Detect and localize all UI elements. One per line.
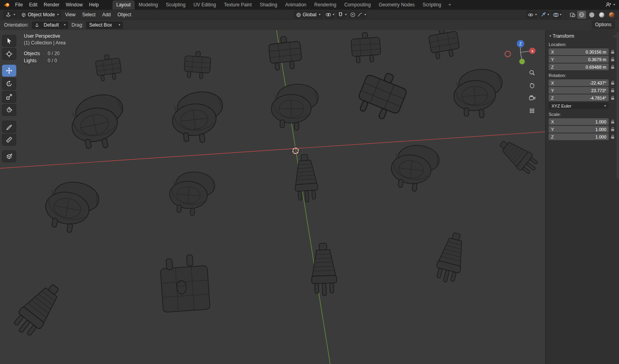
xray-toggle-button[interactable]	[569, 11, 576, 18]
tool-cursor[interactable]	[2, 48, 16, 60]
pivot-point-button[interactable]	[325, 11, 332, 18]
tool-measure[interactable]	[2, 134, 16, 146]
transform-panel-header[interactable]: ▾ Transform ∷	[549, 33, 617, 39]
perspective-toggle-button[interactable]	[527, 106, 537, 116]
lock-location-x[interactable]	[609, 50, 617, 54]
snap-toggle-button[interactable]	[337, 11, 344, 18]
location-x-field[interactable]: X 0.30156 m	[549, 48, 609, 55]
shading-material-button[interactable]	[597, 11, 606, 19]
plug-object[interactable]	[354, 66, 410, 124]
plug-object[interactable]	[170, 90, 226, 145]
chevron-down-icon[interactable]: ▾	[333, 13, 334, 16]
plug-object[interactable]	[95, 53, 122, 82]
options-button[interactable]: Options	[592, 21, 615, 29]
chevron-down-icon[interactable]: ▾	[560, 13, 561, 16]
plug-object[interactable]	[427, 30, 461, 60]
scale-y-field[interactable]: Y 1.000	[549, 126, 609, 133]
menu-edit[interactable]: Edit	[26, 1, 41, 8]
shading-wireframe-button[interactable]	[577, 11, 586, 19]
menu-view[interactable]: View	[62, 11, 78, 18]
tool-annotate[interactable]	[2, 121, 16, 133]
menu-window[interactable]: Window	[62, 1, 86, 8]
location-z-field[interactable]: Z 0.69488 m	[549, 64, 609, 70]
lock-rotation-x[interactable]	[609, 81, 617, 85]
chevron-down-icon[interactable]: ▾	[364, 13, 366, 16]
editor-type-button[interactable]: ▾	[3, 11, 17, 19]
tool-transform[interactable]	[2, 104, 16, 116]
scale-z-field[interactable]: Z 1.000	[549, 133, 609, 140]
lock-location-y[interactable]	[609, 57, 617, 62]
tab-rendering[interactable]: Rendering	[310, 0, 340, 10]
drag-dropdown[interactable]: Select Box ▾	[86, 21, 123, 29]
shading-rendered-button[interactable]	[607, 11, 616, 19]
camera-view-button[interactable]	[527, 93, 537, 103]
viewport-3d[interactable]: User Perspective (1) Collection | Area O…	[0, 30, 545, 364]
rotation-z-field[interactable]: Z -4.7814°	[549, 94, 609, 101]
tab-texture-paint[interactable]: Texture Paint	[220, 0, 256, 10]
menu-file[interactable]: File	[12, 1, 26, 8]
scene-selector[interactable]: ▾	[605, 2, 616, 8]
lock-scale-z[interactable]	[609, 135, 617, 139]
location-y-field[interactable]: Y 0.3679 m	[549, 56, 609, 63]
orientation-dropdown[interactable]: Default ▾	[32, 21, 68, 29]
panel-expand-icon[interactable]: ▾	[549, 35, 551, 38]
plug-object[interactable]	[42, 178, 101, 237]
tab-geometry-nodes[interactable]: Geometry Nodes	[375, 0, 419, 10]
tab-shading[interactable]: Shading	[256, 0, 281, 10]
falloff-button[interactable]	[356, 11, 364, 18]
tool-move[interactable]	[2, 65, 16, 77]
shading-solid-button[interactable]	[587, 11, 596, 19]
navigation-gizmo[interactable]: X Z	[496, 33, 540, 67]
plug-object[interactable]	[310, 243, 337, 296]
viewport-canvas[interactable]	[0, 30, 545, 364]
plug-object[interactable]	[350, 32, 381, 64]
chevron-down-icon[interactable]: ▾	[345, 13, 346, 16]
sidebar-scrollbar[interactable]	[617, 32, 619, 179]
pan-button[interactable]	[527, 80, 537, 91]
menu-help[interactable]: Help	[86, 1, 102, 8]
lock-location-z[interactable]	[609, 65, 617, 69]
mode-select[interactable]: Object Mode ▾	[19, 11, 61, 19]
tool-select-box[interactable]	[2, 35, 16, 47]
lock-scale-x[interactable]	[609, 119, 617, 124]
menu-add[interactable]: Add	[99, 11, 113, 18]
tab-compositing[interactable]: Compositing	[340, 0, 375, 10]
panel-grip-icon[interactable]: ∷	[614, 34, 617, 39]
tab-layout[interactable]: Layout	[112, 0, 135, 10]
plug-object[interactable]	[433, 231, 469, 285]
plug-object[interactable]	[268, 35, 302, 71]
plug-object[interactable]	[452, 68, 505, 119]
lock-rotation-z[interactable]	[609, 96, 617, 100]
tool-rotate[interactable]	[2, 78, 16, 90]
object-visibility-button[interactable]	[527, 11, 534, 18]
plug-object[interactable]	[184, 51, 211, 79]
show-gizmos-button[interactable]	[540, 11, 547, 18]
transform-orientation-select[interactable]: Global ▾	[294, 11, 323, 19]
plug-object[interactable]	[538, 208, 545, 283]
menu-object[interactable]: Object	[115, 11, 134, 18]
rotation-x-field[interactable]: X -22.437°	[549, 79, 609, 86]
tab-scripting[interactable]: Scripting	[419, 0, 445, 10]
plug-object[interactable]	[66, 91, 130, 154]
chevron-down-icon[interactable]: ▾	[535, 13, 537, 16]
plug-object[interactable]	[271, 84, 318, 130]
gizmo-y-axis[interactable]	[519, 59, 525, 64]
plug-object[interactable]	[168, 170, 216, 217]
plug-object[interactable]	[10, 278, 67, 341]
tab-sculpting[interactable]: Sculpting	[162, 0, 190, 10]
lock-scale-y[interactable]	[609, 127, 617, 131]
tab-modeling[interactable]: Modeling	[135, 0, 162, 10]
menu-render[interactable]: Render	[41, 1, 62, 8]
tool-add-primitive[interactable]	[2, 150, 16, 162]
plug-object[interactable]	[159, 254, 210, 312]
scale-x-field[interactable]: X 1.000	[549, 118, 609, 125]
menu-select[interactable]: Select	[79, 11, 98, 18]
rotation-mode-dropdown[interactable]: XYZ Euler ▾	[549, 102, 609, 109]
plug-object[interactable]	[293, 154, 319, 202]
chevron-down-icon[interactable]: ▾	[547, 13, 549, 16]
show-overlays-button[interactable]	[552, 11, 559, 18]
rotation-y-field[interactable]: Y 23.773°	[549, 87, 609, 94]
plug-object[interactable]	[495, 135, 541, 177]
zoom-button[interactable]	[527, 67, 537, 78]
add-workspace-button[interactable]: +	[445, 0, 455, 10]
